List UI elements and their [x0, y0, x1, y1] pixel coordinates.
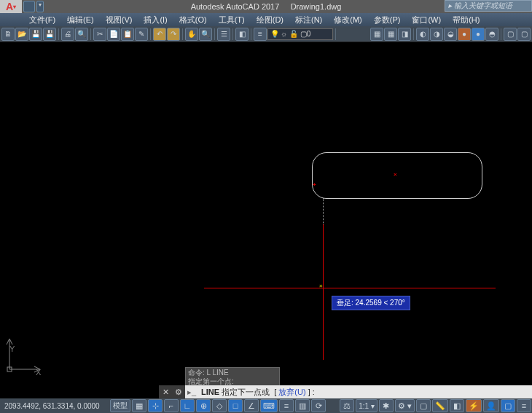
- command-history: 命令: L LINE 指定第一个点:: [185, 367, 280, 388]
- separator: [251, 28, 251, 40]
- copy-icon[interactable]: 📄: [107, 28, 120, 41]
- isolate-button[interactable]: 👤: [483, 399, 499, 412]
- coordinates-readout[interactable]: 2093.4492, 631.3314, 0.0000: [0, 402, 109, 410]
- paste-icon[interactable]: 📋: [121, 28, 134, 41]
- cmd-close-icon[interactable]: ✕: [159, 385, 172, 398]
- rounded-rect-object: [312, 152, 482, 199]
- bulb-icon: 💡: [270, 30, 279, 38]
- infer-toggle[interactable]: ⌐: [164, 399, 179, 412]
- tb-icon[interactable]: ▢: [504, 28, 517, 41]
- crosshair-vertical: [323, 224, 324, 360]
- scale-button[interactable]: 1:1 ▾: [356, 399, 378, 412]
- qat-dropdown[interactable]: ▾: [36, 1, 44, 12]
- layer-selector[interactable]: 💡☼ 🔓 ▢ 0: [267, 28, 333, 40]
- cmd-prompt-icon: ▸_: [185, 388, 198, 397]
- hardware-accel-toggle[interactable]: ⚡: [466, 399, 482, 412]
- separator: [150, 28, 151, 40]
- cmd-tail: ] :: [308, 388, 315, 396]
- workspace-button[interactable]: ⚙ ▾: [395, 399, 415, 412]
- tool-icon[interactable]: ◧: [235, 28, 249, 41]
- track-toggle[interactable]: ∠: [244, 399, 259, 412]
- menu-format[interactable]: 格式(O): [173, 13, 213, 27]
- app-name: Autodesk AutoCAD 2017: [191, 2, 280, 11]
- document-name: Drawing1.dwg: [291, 2, 342, 11]
- customize-button[interactable]: ≡: [517, 399, 531, 412]
- save-icon[interactable]: 💾: [29, 28, 42, 41]
- dyn-toggle[interactable]: ⌨: [260, 399, 278, 412]
- menu-edit[interactable]: 编辑(E): [61, 13, 100, 27]
- cmd-text: LINE 指定下一点或 [ 放弃(U) ] :: [198, 387, 318, 398]
- cmd-config-icon[interactable]: ⚙: [172, 385, 185, 398]
- tb-icon[interactable]: ●: [472, 28, 485, 41]
- cmd-history-line: 命令: L LINE: [188, 369, 277, 377]
- menu-file[interactable]: 文件(F): [23, 13, 61, 27]
- menubar: 文件(F) 编辑(E) 视图(V) 插入(I) 格式(O) 工具(T) 绘图(D…: [0, 13, 532, 26]
- layer-prop-icon[interactable]: ☰: [217, 28, 230, 41]
- cut-icon[interactable]: ✂: [93, 28, 106, 41]
- app-icon[interactable]: A▾: [0, 0, 22, 13]
- tb-icon[interactable]: ◑: [430, 28, 443, 41]
- menu-draw[interactable]: 绘图(D): [251, 13, 289, 27]
- saveas-icon[interactable]: 💾: [43, 28, 56, 41]
- command-line[interactable]: ✕ ⚙ ▸_ LINE 指定下一点或 [ 放弃(U) ] :: [159, 385, 532, 398]
- help-search-input[interactable]: ▸ 输入关键字或短语: [445, 0, 532, 12]
- tb-icon[interactable]: ▦: [370, 28, 383, 41]
- crosshair-horizontal: [204, 288, 496, 288]
- monitor-button[interactable]: ▢: [416, 399, 431, 412]
- cmd-option-undo[interactable]: 放弃(U): [278, 388, 305, 396]
- tb-icon[interactable]: ◓: [485, 28, 498, 41]
- cmd-prompt: 指定下一点或: [222, 388, 270, 396]
- menu-dim[interactable]: 标注(N): [289, 13, 328, 27]
- undo-icon[interactable]: ↶: [153, 28, 166, 41]
- match-icon[interactable]: ✎: [135, 28, 148, 41]
- tb-icon[interactable]: ▦: [384, 28, 397, 41]
- separator: [501, 28, 501, 40]
- snap-marker: +: [313, 184, 316, 186]
- menu-tools[interactable]: 工具(T): [213, 13, 251, 27]
- window-title: Autodesk AutoCAD 2017 Drawing1.dwg: [191, 2, 342, 11]
- tb-icon[interactable]: ▢: [517, 28, 531, 41]
- osnap-toggle[interactable]: □: [228, 399, 243, 412]
- menu-modify[interactable]: 修改(M): [328, 13, 368, 27]
- new-icon[interactable]: 🗎: [1, 28, 15, 41]
- menu-window[interactable]: 窗口(W): [406, 13, 447, 27]
- anno-vis-toggle[interactable]: ✱: [379, 399, 394, 412]
- separator: [413, 28, 414, 40]
- iso-toggle[interactable]: ◇: [212, 399, 227, 412]
- qat-button[interactable]: [23, 1, 35, 12]
- qprop-toggle[interactable]: ◧: [450, 399, 464, 412]
- snap-toggle[interactable]: ⊹: [148, 399, 163, 412]
- toolbar-main: 🗎 📂 💾 💾 🖨 🔍 ✂ 📄 📋 ✎ ↶ ↷ ✋ 🔍 ☰ ◧ ≡ 💡☼ 🔓 ▢…: [0, 26, 532, 42]
- zoom-icon[interactable]: 🔍: [199, 28, 212, 41]
- separator: [232, 28, 233, 40]
- grid-toggle[interactable]: ▦: [132, 399, 146, 412]
- model-space-button[interactable]: 模型: [110, 399, 130, 412]
- drawing-canvas[interactable]: + × × 垂足: 24.2569 < 270° Y X: [0, 42, 532, 381]
- tb-icon[interactable]: ◨: [398, 28, 411, 41]
- menu-insert[interactable]: 插入(I): [138, 13, 173, 27]
- lwt-toggle[interactable]: ≡: [279, 399, 294, 412]
- pan-icon[interactable]: ✋: [185, 28, 198, 41]
- tb-icon[interactable]: ◐: [416, 28, 429, 41]
- plot-icon[interactable]: 🖨: [61, 28, 74, 41]
- tb-icon[interactable]: ●: [458, 28, 471, 41]
- ortho-toggle[interactable]: ∟: [180, 399, 195, 412]
- units-button[interactable]: 📏: [432, 399, 448, 412]
- polar-toggle[interactable]: ⊕: [196, 399, 211, 412]
- menu-param[interactable]: 参数(P): [368, 13, 407, 27]
- separator: [58, 28, 59, 40]
- separator: [182, 28, 183, 40]
- snap-marker: ×: [394, 173, 396, 176]
- trans-toggle[interactable]: ▥: [295, 399, 310, 412]
- layer-mgr-icon[interactable]: ≡: [254, 28, 267, 41]
- preview-icon[interactable]: 🔍: [75, 28, 88, 41]
- annoscale-button[interactable]: ⚖: [340, 399, 354, 412]
- menu-view[interactable]: 视图(V): [100, 13, 138, 27]
- redo-icon[interactable]: ↷: [167, 28, 180, 41]
- open-icon[interactable]: 📂: [15, 28, 28, 41]
- tb-icon[interactable]: ◒: [444, 28, 457, 41]
- separator: [214, 28, 215, 40]
- menu-help[interactable]: 帮助(H): [447, 13, 485, 27]
- clean-screen-toggle[interactable]: ▢: [501, 399, 515, 412]
- cycle-toggle[interactable]: ⟳: [311, 399, 326, 412]
